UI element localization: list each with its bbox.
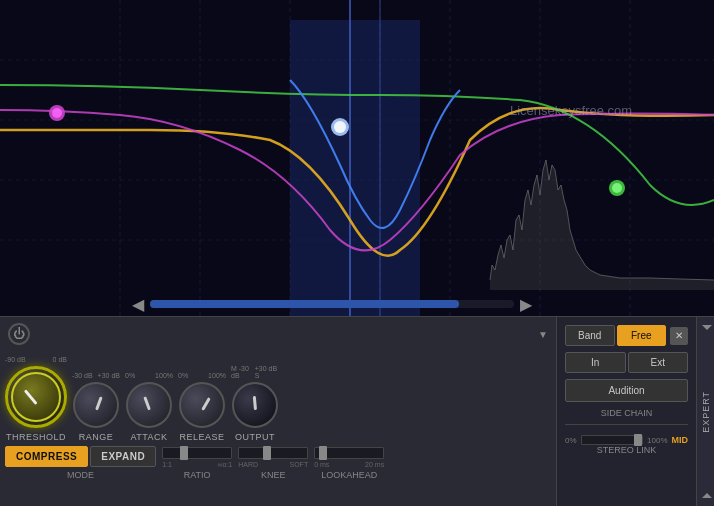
in-ext-row: In Ext [565,352,688,373]
band-free-buttons: Band Free [565,325,666,346]
ratio-label: RATIO [184,470,211,480]
lookahead-range: 0 ms 20 ms [314,461,384,468]
attack-label: ATTACK [130,432,167,442]
visualizer: Licensekeysfree.com ◀ ▶ [0,0,714,320]
stereo-link-section: 0% 100% MID STEREO LINK [565,431,688,455]
knee-label: KNEE [261,470,286,480]
knee-range: HARD SOFT [238,461,308,468]
lookahead-slider[interactable] [314,447,384,459]
threshold-group: -90 dB 0 dB THRESHOLD [5,356,67,442]
threshold-max-label: 0 dB [53,356,67,363]
attack-max-label: 100% [155,372,173,379]
right-panel: Band Free ✕ In Ext Audition SIDE CHAIN 0… [556,317,696,506]
range-group: -30 dB +30 dB RANGE [72,372,120,442]
stereo-pct: 0% [565,436,577,445]
compress-button[interactable]: COMPRESS [5,446,88,467]
attack-group: 0% 100% ATTACK [125,372,173,442]
power-button[interactable]: ⏻ [8,323,30,345]
lookahead-group: 0 ms 20 ms LOOKAHEAD [314,447,384,480]
top-bar: ⏻ ▼ [0,317,556,351]
svg-point-20 [612,183,622,193]
release-min-label: 0% [178,372,188,379]
band-free-row: Band Free ✕ [565,325,688,346]
mode-label: MODE [67,470,94,480]
controls-bottom: COMPRESS EXPAND MODE 1:1 ∞o:1 RATIO [0,442,556,484]
output-knob[interactable] [232,382,278,428]
free-button[interactable]: Free [617,325,667,346]
lookahead-label: LOOKAHEAD [321,470,377,480]
range-max-label: +30 dB [98,372,120,379]
release-group: 0% 100% RELEASE [178,372,226,442]
range-left-arrow[interactable]: ◀ [132,295,144,314]
ratio-group: 1:1 ∞o:1 RATIO [162,447,232,480]
expert-chevron-down [702,493,712,498]
ext-button[interactable]: Ext [628,352,689,373]
threshold-min-label: -90 dB [5,356,26,363]
output-group: M -30 dB +30 dB S OUTPUT [231,365,279,442]
release-knob[interactable] [179,382,225,428]
dropdown-arrow[interactable]: ▼ [538,329,548,340]
knobs-area: -90 dB 0 dB THRESHOLD -30 dB +30 dB [0,351,556,442]
mode-section: COMPRESS EXPAND MODE [5,446,156,480]
release-label: RELEASE [179,432,224,442]
ratio-min: 1:1 [162,461,172,468]
stereo-link-slider[interactable] [581,435,643,445]
svg-point-18 [334,121,346,133]
controls-left: ⏻ ▼ -90 dB 0 dB THRESHO [0,317,556,506]
stereo-max: 100% [647,436,667,445]
svg-point-16 [52,108,62,118]
ratio-slider[interactable] [162,447,232,459]
band-button[interactable]: Band [565,325,615,346]
expert-label: EXPERT [701,391,711,433]
in-button[interactable]: In [565,352,626,373]
knee-soft: SOFT [290,461,309,468]
main-container: Licensekeysfree.com ◀ ▶ ⏻ ▼ [0,0,714,506]
lookahead-max: 20 ms [365,461,384,468]
controls-panel: ⏻ ▼ -90 dB 0 dB THRESHO [0,316,714,506]
range-label: RANGE [79,432,114,442]
threshold-label: THRESHOLD [6,432,66,442]
close-button[interactable]: ✕ [670,327,688,345]
knee-group: HARD SOFT KNEE [238,447,308,480]
ratio-range: 1:1 ∞o:1 [162,461,232,468]
output-label: OUTPUT [235,432,275,442]
release-max-label: 100% [208,372,226,379]
range-min-label: -30 dB [72,372,93,379]
side-chain-label: SIDE CHAIN [565,408,688,418]
mid-label: MID [672,435,689,445]
mode-buttons: COMPRESS EXPAND [5,446,156,467]
visualizer-canvas: Licensekeysfree.com [0,0,714,320]
expand-button[interactable]: EXPAND [90,446,156,467]
knee-hard: HARD [238,461,258,468]
lookahead-min: 0 ms [314,461,329,468]
expert-chevron [702,325,712,330]
expert-tab[interactable]: EXPERT [696,317,714,506]
ratio-max: ∞o:1 [217,461,232,468]
knee-slider[interactable] [238,447,308,459]
range-knob[interactable] [73,382,119,428]
attack-knob[interactable] [126,382,172,428]
audition-button[interactable]: Audition [565,379,688,402]
output-max-label: +30 dB S [255,365,279,379]
stereo-link-label: STEREO LINK [565,445,688,455]
range-right-arrow[interactable]: ▶ [520,295,532,314]
range-bar[interactable]: ◀ ▶ [150,300,514,308]
attack-min-label: 0% [125,372,135,379]
watermark-text: Licensekeysfree.com [510,103,632,118]
output-min-label: M -30 dB [231,365,255,379]
threshold-knob[interactable] [5,366,67,428]
